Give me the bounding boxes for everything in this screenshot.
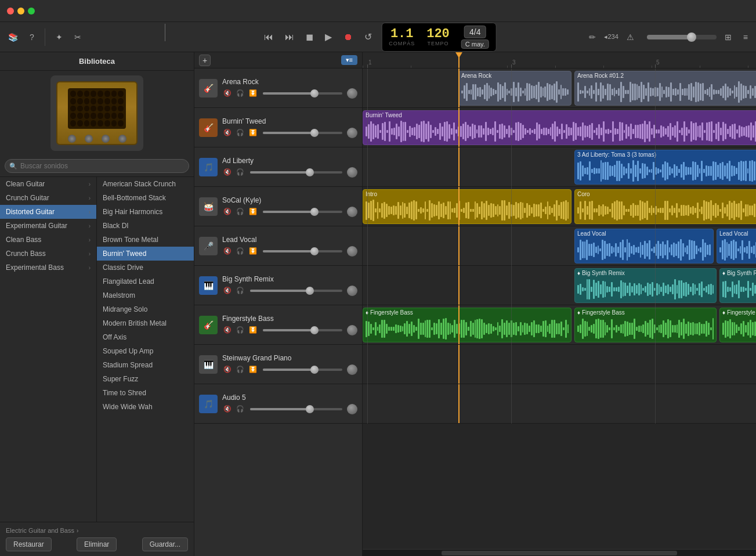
preset-item[interactable]: American Stack Crunch: [97, 177, 194, 191]
headphones-button[interactable]: 🎧: [235, 128, 245, 137]
track-volume-slider[interactable]: [263, 92, 342, 95]
cycle-button[interactable]: ↺: [360, 29, 377, 45]
track-pan-knob[interactable]: [347, 128, 357, 138]
headphones-button[interactable]: 🎧: [235, 286, 245, 295]
preset-item[interactable]: Off Axis: [97, 330, 194, 344]
save-button[interactable]: Guardar...: [142, 537, 188, 551]
audio-region[interactable]: ♦ Fingerstyle Bass: [719, 308, 756, 342]
category-item[interactable]: Crunch Guitar›: [0, 191, 96, 205]
mute-button[interactable]: 🔇: [222, 286, 233, 295]
track-item[interactable]: 🎸 Fingerstyle Bass 🔇 🎧 ⏬: [194, 305, 362, 345]
stop-button[interactable]: ◼: [301, 29, 318, 45]
track-item[interactable]: 🎹 Steinway Grand Piano 🔇 🎧 ⏬: [194, 345, 362, 384]
mute-button[interactable]: 🔇: [222, 247, 233, 255]
audio-region[interactable]: Coro: [574, 189, 756, 224]
track-pan-knob[interactable]: [347, 286, 357, 296]
alert-button[interactable]: ⚠: [623, 30, 638, 44]
track-volume-slider[interactable]: [250, 290, 342, 292]
headphones-button[interactable]: 🎧: [235, 168, 245, 176]
horizontal-scrollbar[interactable]: [363, 549, 756, 556]
pencil-button[interactable]: ✏: [585, 30, 599, 44]
category-item[interactable]: Clean Guitar›: [0, 177, 96, 191]
preset-item[interactable]: Big Hair Harmonics: [97, 205, 194, 219]
preset-item[interactable]: Burnin' Tweed: [97, 247, 194, 261]
audio-region[interactable]: 3 Ad Liberty: Toma 3 (3 tomas): [574, 150, 756, 185]
footer-category-label[interactable]: Electric Guitar and Bass ›: [6, 527, 188, 534]
preset-item[interactable]: Souped Up Amp: [97, 344, 194, 358]
record-arm-button[interactable]: ⏬: [248, 365, 258, 374]
track-pan-knob[interactable]: [347, 207, 357, 217]
category-item[interactable]: Clean Bass›: [0, 233, 96, 247]
timeline-ruler[interactable]: 1357911: [363, 52, 756, 68]
time-sig-button[interactable]: 4/4: [464, 26, 486, 38]
scissors-button[interactable]: ✂: [71, 30, 85, 44]
delete-button[interactable]: Eliminar: [77, 537, 117, 551]
category-item[interactable]: Experimental Guitar›: [0, 219, 96, 233]
headphones-button[interactable]: 🎧: [235, 365, 245, 374]
track-pan-knob[interactable]: [347, 246, 357, 257]
preset-item[interactable]: Time to Shred: [97, 386, 194, 400]
list-view-button[interactable]: ≡: [740, 30, 751, 44]
library-button[interactable]: 📚: [5, 30, 21, 44]
smart-mode-button[interactable]: ▾≡: [341, 55, 357, 65]
track-item[interactable]: 🎵 Ad Liberty 🔇 🎧: [194, 147, 362, 187]
help-button[interactable]: ?: [26, 30, 38, 44]
key-button[interactable]: C may.: [461, 39, 489, 49]
headphones-button[interactable]: 🎧: [235, 247, 245, 255]
audio-region[interactable]: ♦ Big Synth Remix: [574, 268, 717, 303]
track-pan-knob[interactable]: [347, 404, 357, 414]
track-pan-knob[interactable]: [347, 364, 357, 375]
add-track-button[interactable]: +: [199, 55, 211, 66]
fast-forward-button[interactable]: ⏭: [280, 30, 299, 45]
category-item[interactable]: Distorted Guitar›: [0, 205, 96, 219]
playhead[interactable]: [458, 52, 460, 68]
audio-region[interactable]: Arena Rock: [458, 71, 571, 106]
audio-region[interactable]: ♦ Fingerstyle Bass: [363, 308, 571, 342]
preset-item[interactable]: Super Fuzz: [97, 372, 194, 386]
audio-region[interactable]: Lead Vocal: [717, 229, 756, 263]
master-volume-slider[interactable]: [647, 35, 717, 39]
track-volume-slider[interactable]: [263, 250, 342, 252]
track-item[interactable]: 🎸 Arena Rock 🔇 🎧 ⏬: [194, 68, 362, 108]
headphones-button[interactable]: 🎧: [235, 207, 245, 216]
mute-button[interactable]: 🔇: [222, 128, 233, 137]
preset-item[interactable]: Flangilated Lead: [97, 275, 194, 288]
close-button[interactable]: [7, 8, 14, 15]
preset-item[interactable]: Brown Tone Metal: [97, 233, 194, 247]
preset-item[interactable]: Bell-Bottomed Stack: [97, 191, 194, 205]
mute-button[interactable]: 🔇: [222, 89, 233, 98]
preset-item[interactable]: Black DI: [97, 219, 194, 233]
track-pan-knob[interactable]: [347, 88, 357, 99]
category-item[interactable]: Crunch Bass›: [0, 247, 96, 261]
track-volume-slider[interactable]: [263, 329, 342, 331]
record-button[interactable]: ⏺: [339, 30, 357, 45]
category-item[interactable]: Experimental Bass›: [0, 261, 96, 275]
audio-region[interactable]: Burnin' Tweed: [363, 110, 756, 145]
preset-item[interactable]: Midrange Solo: [97, 302, 194, 316]
track-volume-slider[interactable]: [263, 132, 342, 134]
preset-item[interactable]: Wide Wide Wah: [97, 400, 194, 414]
smart-controls-button[interactable]: ✦: [52, 30, 66, 44]
mute-button[interactable]: 🔇: [222, 168, 233, 176]
track-volume-slider[interactable]: [263, 369, 342, 371]
record-arm-button[interactable]: ⏬: [248, 89, 258, 98]
audio-region[interactable]: Intro: [363, 189, 571, 224]
mute-button[interactable]: 🔇: [222, 326, 233, 334]
track-item[interactable]: 🎹 Big Synth Remix 🔇 🎧: [194, 266, 362, 305]
track-item[interactable]: 🎸 Burnin' Tweed 🔇 🎧 ⏬: [194, 108, 362, 147]
track-item[interactable]: 🎵 Audio 5 🔇 🎧: [194, 384, 362, 424]
grid-view-button[interactable]: ⊞: [721, 30, 735, 44]
preset-item[interactable]: Stadium Spread: [97, 358, 194, 372]
track-item[interactable]: 🥁 SoCal (Kyle) 🔇 🎧 ⏬: [194, 187, 362, 226]
mute-button[interactable]: 🔇: [222, 207, 233, 216]
record-arm-button[interactable]: ⏬: [248, 207, 258, 216]
mute-button[interactable]: 🔇: [222, 365, 233, 374]
track-item[interactable]: 🎤 Lead Vocal 🔇 🎧 ⏬: [194, 226, 362, 266]
preset-item[interactable]: Classic Drive: [97, 261, 194, 275]
record-arm-button[interactable]: ⏬: [248, 326, 258, 334]
record-arm-button[interactable]: ⏬: [248, 247, 258, 255]
track-volume-slider[interactable]: [250, 408, 342, 410]
headphones-button[interactable]: 🎧: [235, 89, 245, 98]
track-volume-slider[interactable]: [263, 211, 342, 213]
track-pan-knob[interactable]: [347, 167, 357, 178]
